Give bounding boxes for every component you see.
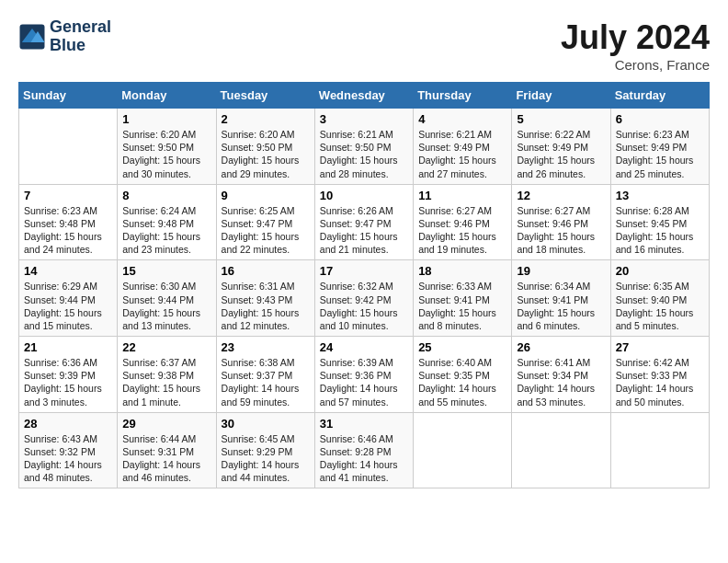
calendar-cell: 9Sunrise: 6:25 AM Sunset: 9:47 PM Daylig… xyxy=(216,184,314,260)
calendar-cell: 20Sunrise: 6:35 AM Sunset: 9:40 PM Dayli… xyxy=(610,260,709,337)
calendar-cell: 28Sunrise: 6:43 AM Sunset: 9:32 PM Dayli… xyxy=(19,412,118,488)
day-number: 10 xyxy=(320,189,408,202)
day-number: 9 xyxy=(222,189,310,202)
day-number: 13 xyxy=(616,189,704,202)
calendar-cell xyxy=(512,412,610,488)
logo: General Blue xyxy=(18,18,111,55)
day-info: Sunrise: 6:23 AM Sunset: 9:49 PM Dayligh… xyxy=(616,128,704,180)
location: Cerons, France xyxy=(561,57,710,73)
day-number: 8 xyxy=(122,189,210,202)
day-info: Sunrise: 6:27 AM Sunset: 9:46 PM Dayligh… xyxy=(517,204,605,257)
day-number: 11 xyxy=(418,189,506,202)
day-number: 30 xyxy=(222,417,310,431)
day-number: 27 xyxy=(616,340,704,354)
calendar-cell: 29Sunrise: 6:44 AM Sunset: 9:31 PM Dayli… xyxy=(118,412,216,488)
calendar-cell: 22Sunrise: 6:37 AM Sunset: 9:38 PM Dayli… xyxy=(118,337,216,413)
day-info: Sunrise: 6:28 AM Sunset: 9:45 PM Dayligh… xyxy=(616,204,704,257)
day-info: Sunrise: 6:29 AM Sunset: 9:44 PM Dayligh… xyxy=(24,280,112,332)
calendar-cell xyxy=(19,109,118,185)
day-info: Sunrise: 6:34 AM Sunset: 9:41 PM Dayligh… xyxy=(517,280,605,332)
day-info: Sunrise: 6:32 AM Sunset: 9:42 PM Dayligh… xyxy=(320,280,408,332)
day-info: Sunrise: 6:23 AM Sunset: 9:48 PM Dayligh… xyxy=(24,204,112,257)
calendar-cell: 8Sunrise: 6:24 AM Sunset: 9:48 PM Daylig… xyxy=(118,184,216,260)
month-year: July 2024 xyxy=(561,18,710,57)
calendar-cell: 19Sunrise: 6:34 AM Sunset: 9:41 PM Dayli… xyxy=(512,260,610,337)
calendar-cell: 16Sunrise: 6:31 AM Sunset: 9:43 PM Dayli… xyxy=(216,260,314,337)
day-number: 20 xyxy=(616,264,704,278)
day-info: Sunrise: 6:42 AM Sunset: 9:33 PM Dayligh… xyxy=(616,356,704,408)
calendar-cell: 7Sunrise: 6:23 AM Sunset: 9:48 PM Daylig… xyxy=(19,184,118,260)
day-info: Sunrise: 6:22 AM Sunset: 9:49 PM Dayligh… xyxy=(517,128,605,180)
col-header-wednesday: Wednesday xyxy=(314,83,413,109)
day-info: Sunrise: 6:26 AM Sunset: 9:47 PM Dayligh… xyxy=(320,204,408,257)
day-number: 3 xyxy=(320,112,408,126)
day-info: Sunrise: 6:41 AM Sunset: 9:34 PM Dayligh… xyxy=(517,356,605,408)
day-info: Sunrise: 6:20 AM Sunset: 9:50 PM Dayligh… xyxy=(122,128,210,180)
calendar-cell: 4Sunrise: 6:21 AM Sunset: 9:49 PM Daylig… xyxy=(414,109,512,185)
day-info: Sunrise: 6:31 AM Sunset: 9:43 PM Dayligh… xyxy=(222,280,310,332)
day-number: 25 xyxy=(418,340,506,354)
calendar-cell: 31Sunrise: 6:46 AM Sunset: 9:28 PM Dayli… xyxy=(314,412,413,488)
calendar-cell: 24Sunrise: 6:39 AM Sunset: 9:36 PM Dayli… xyxy=(314,337,413,413)
calendar-cell: 1Sunrise: 6:20 AM Sunset: 9:50 PM Daylig… xyxy=(118,109,216,185)
day-number: 1 xyxy=(122,112,210,126)
calendar-cell: 18Sunrise: 6:33 AM Sunset: 9:41 PM Dayli… xyxy=(414,260,512,337)
day-number: 19 xyxy=(517,264,605,278)
calendar-cell xyxy=(414,412,512,488)
day-info: Sunrise: 6:39 AM Sunset: 9:36 PM Dayligh… xyxy=(320,356,408,408)
day-info: Sunrise: 6:36 AM Sunset: 9:39 PM Dayligh… xyxy=(24,356,112,408)
calendar-cell xyxy=(610,412,709,488)
calendar-cell: 2Sunrise: 6:20 AM Sunset: 9:50 PM Daylig… xyxy=(216,109,314,185)
calendar-cell: 21Sunrise: 6:36 AM Sunset: 9:39 PM Dayli… xyxy=(19,337,118,413)
calendar-cell: 5Sunrise: 6:22 AM Sunset: 9:49 PM Daylig… xyxy=(512,109,610,185)
day-number: 12 xyxy=(517,189,605,202)
day-number: 18 xyxy=(418,264,506,278)
calendar-cell: 23Sunrise: 6:38 AM Sunset: 9:37 PM Dayli… xyxy=(216,337,314,413)
calendar-cell: 13Sunrise: 6:28 AM Sunset: 9:45 PM Dayli… xyxy=(610,184,709,260)
day-info: Sunrise: 6:33 AM Sunset: 9:41 PM Dayligh… xyxy=(418,280,506,332)
calendar-cell: 27Sunrise: 6:42 AM Sunset: 9:33 PM Dayli… xyxy=(610,337,709,413)
logo-line1: General xyxy=(50,18,111,37)
day-number: 22 xyxy=(122,340,210,354)
calendar-cell: 14Sunrise: 6:29 AM Sunset: 9:44 PM Dayli… xyxy=(19,260,118,337)
day-number: 23 xyxy=(222,340,310,354)
col-header-thursday: Thursday xyxy=(414,83,512,109)
day-info: Sunrise: 6:20 AM Sunset: 9:50 PM Dayligh… xyxy=(222,128,310,180)
calendar-cell: 6Sunrise: 6:23 AM Sunset: 9:49 PM Daylig… xyxy=(610,109,709,185)
day-number: 2 xyxy=(222,112,310,126)
day-info: Sunrise: 6:30 AM Sunset: 9:44 PM Dayligh… xyxy=(122,280,210,332)
day-number: 15 xyxy=(122,264,210,278)
col-header-sunday: Sunday xyxy=(19,83,118,109)
page-header: General Blue July 2024 Cerons, France xyxy=(18,18,710,73)
calendar-cell: 26Sunrise: 6:41 AM Sunset: 9:34 PM Dayli… xyxy=(512,337,610,413)
day-number: 31 xyxy=(320,417,408,431)
day-number: 26 xyxy=(517,340,605,354)
day-number: 17 xyxy=(320,264,408,278)
calendar-cell: 25Sunrise: 6:40 AM Sunset: 9:35 PM Dayli… xyxy=(414,337,512,413)
col-header-saturday: Saturday xyxy=(610,83,709,109)
day-info: Sunrise: 6:40 AM Sunset: 9:35 PM Dayligh… xyxy=(418,356,506,408)
day-info: Sunrise: 6:38 AM Sunset: 9:37 PM Dayligh… xyxy=(222,356,310,408)
calendar-cell: 10Sunrise: 6:26 AM Sunset: 9:47 PM Dayli… xyxy=(314,184,413,260)
day-number: 7 xyxy=(24,189,112,202)
calendar-cell: 30Sunrise: 6:45 AM Sunset: 9:29 PM Dayli… xyxy=(216,412,314,488)
col-header-friday: Friday xyxy=(512,83,610,109)
day-info: Sunrise: 6:44 AM Sunset: 9:31 PM Dayligh… xyxy=(122,432,210,485)
day-number: 5 xyxy=(517,112,605,126)
calendar-cell: 3Sunrise: 6:21 AM Sunset: 9:50 PM Daylig… xyxy=(314,109,413,185)
day-info: Sunrise: 6:46 AM Sunset: 9:28 PM Dayligh… xyxy=(320,432,408,485)
col-header-monday: Monday xyxy=(118,83,216,109)
day-number: 28 xyxy=(24,417,112,431)
logo-text: General Blue xyxy=(50,18,111,55)
day-info: Sunrise: 6:35 AM Sunset: 9:40 PM Dayligh… xyxy=(616,280,704,332)
logo-icon xyxy=(18,23,46,51)
day-number: 24 xyxy=(320,340,408,354)
day-number: 14 xyxy=(24,264,112,278)
day-info: Sunrise: 6:24 AM Sunset: 9:48 PM Dayligh… xyxy=(122,204,210,257)
day-number: 4 xyxy=(418,112,506,126)
day-info: Sunrise: 6:37 AM Sunset: 9:38 PM Dayligh… xyxy=(122,356,210,408)
day-info: Sunrise: 6:21 AM Sunset: 9:49 PM Dayligh… xyxy=(418,128,506,180)
day-number: 29 xyxy=(122,417,210,431)
calendar-cell: 12Sunrise: 6:27 AM Sunset: 9:46 PM Dayli… xyxy=(512,184,610,260)
day-info: Sunrise: 6:25 AM Sunset: 9:47 PM Dayligh… xyxy=(222,204,310,257)
